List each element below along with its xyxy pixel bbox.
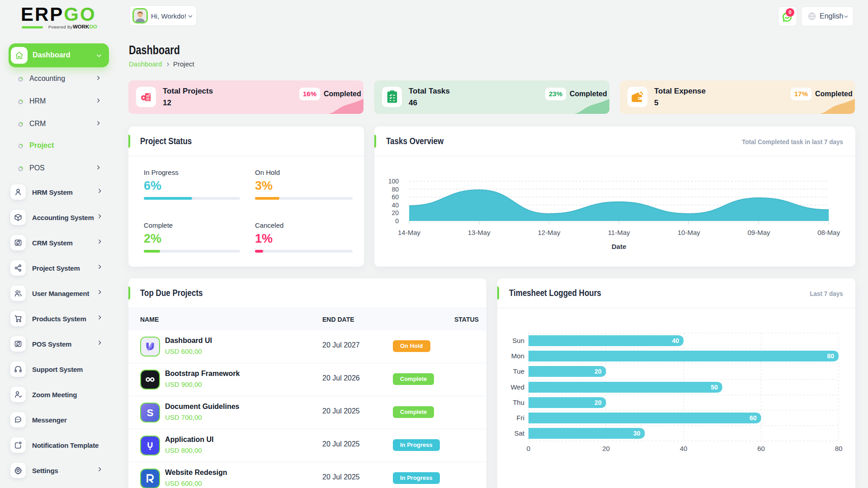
svg-text:60: 60 (757, 445, 765, 452)
svg-text:Wed: Wed (510, 383, 524, 391)
svg-text:13-May: 13-May (468, 229, 491, 236)
svg-text:10-May: 10-May (678, 229, 701, 236)
svg-text:11-May: 11-May (608, 229, 630, 236)
svg-text:100: 100 (388, 178, 399, 185)
svg-text:40: 40 (392, 202, 399, 209)
svg-text:12-May: 12-May (538, 229, 561, 236)
svg-text:80: 80 (835, 445, 843, 452)
svg-text:30: 30 (633, 430, 641, 437)
svg-text:Fri: Fri (517, 414, 525, 422)
svg-text:14-May: 14-May (398, 229, 421, 236)
svg-text:80: 80 (827, 352, 834, 360)
svg-text:20: 20 (392, 209, 399, 216)
svg-text:Mon: Mon (511, 352, 524, 360)
svg-text:20: 20 (594, 399, 602, 406)
svg-text:40: 40 (672, 337, 679, 344)
svg-text:S: S (147, 407, 154, 418)
svg-text:Date: Date (612, 243, 627, 250)
svg-text:Tue: Tue (513, 367, 524, 375)
svg-text:50: 50 (711, 384, 718, 391)
svg-text:09-May: 09-May (747, 229, 770, 236)
svg-text:60: 60 (392, 193, 399, 201)
svg-text:0: 0 (527, 445, 530, 452)
svg-text:80: 80 (392, 186, 399, 193)
svg-text:60: 60 (750, 414, 757, 422)
svg-text:0: 0 (395, 217, 399, 225)
svg-text:Thu: Thu (513, 399, 524, 406)
svg-text:20: 20 (602, 445, 610, 452)
svg-text:20: 20 (594, 368, 602, 375)
svg-text:40: 40 (680, 445, 688, 452)
svg-text:Sun: Sun (512, 337, 524, 344)
svg-text:Sat: Sat (514, 429, 524, 437)
svg-text:08-May: 08-May (817, 229, 840, 236)
